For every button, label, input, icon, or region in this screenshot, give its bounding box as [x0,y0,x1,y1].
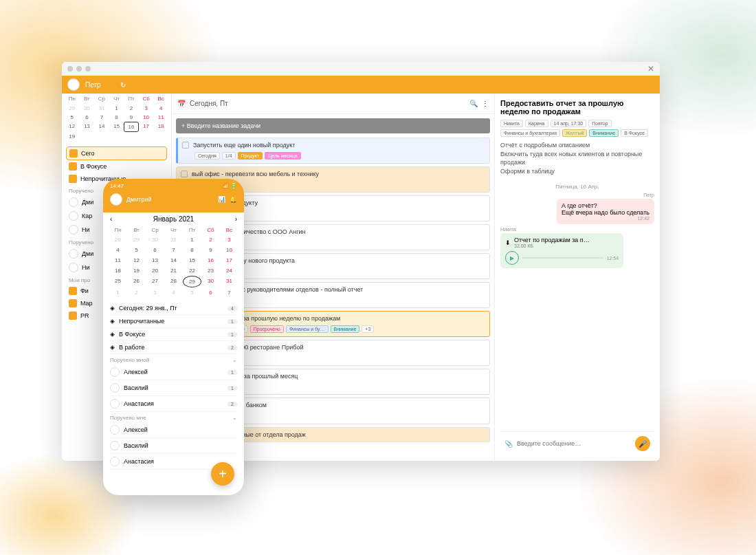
app-topbar: Петр ↻ [62,76,660,94]
chat-message: А где отчёт?Ещё вчера надо было сделать … [557,199,654,224]
download-icon[interactable]: ⬇ [505,239,511,246]
mobile-app-overlay: 14:47 📶 🔋 Дмитрий 📊 🔔 ‹ Январь 2021 › Пн… [103,179,244,495]
main-title: Сегодня, Пт [190,100,465,107]
detail-tag[interactable]: 14 апр, 17:30 [551,120,587,127]
add-task-input[interactable]: + Введите название задачи [176,118,490,133]
mobile-filter-list: ◈Сегодня: 29 янв., Пт4◈Непрочитанные1◈В … [103,301,244,471]
search-icon[interactable]: 🔍 [469,100,478,107]
chat-sender: Никита [500,227,654,232]
calendar-icon: 📅 [177,100,186,107]
window-dot[interactable] [85,66,91,72]
chat-message: ⬇ Отчет по продажам за п… 32.00 КБ ▶ 12:… [500,233,623,268]
window-dot[interactable] [76,66,82,72]
chat-date: Пятница, 16 Апр. [500,184,654,190]
sync-icon[interactable]: ↻ [120,81,126,89]
task-checkbox[interactable] [182,142,189,149]
chat-input[interactable] [517,440,631,447]
mobile-person[interactable]: Алексей1 [110,364,237,380]
bell-icon[interactable]: 🔔 [230,196,237,203]
mobile-person[interactable]: Василий1 [110,380,237,396]
more-icon[interactable]: ⋮ [482,100,489,107]
mobile-calendar-grid[interactable]: 2829303112345678910111213141516171819202… [103,235,244,301]
mobile-topbar: 14:47 📶 🔋 Дмитрий 📊 🔔 [103,179,244,213]
add-button[interactable]: + [211,462,234,486]
task-checkbox[interactable] [181,171,188,177]
window-titlebar: ✕ [62,62,660,76]
chat-sender: Петр [500,193,654,197]
detail-tag[interactable]: Никита [500,120,523,127]
close-icon[interactable]: ✕ [647,64,654,74]
mobile-filter[interactable]: ◈В Фокусе1 [110,328,237,341]
detail-tag[interactable]: Повтор [588,120,611,127]
audio-player[interactable]: ▶ 12:54 [505,251,619,265]
detail-tag[interactable]: В Фокусе [621,129,648,137]
window-dot[interactable] [67,66,73,72]
stats-icon[interactable]: 📊 [218,196,225,203]
avatar[interactable] [110,193,122,206]
prev-month-button[interactable]: ‹ [110,215,112,223]
chat-time: 12:54 [607,256,619,261]
detail-tag[interactable]: Желтый [562,129,587,137]
detail-panel: Предоставить отчет за прошлую неделю по … [495,94,660,461]
avatar[interactable] [67,78,80,91]
month-label: Январь 2021 [153,215,194,223]
mobile-filter[interactable]: ◈Непрочитанные1 [110,315,237,328]
calendar-grid[interactable]: 29303112345678910111213141516171819 [62,104,171,144]
attach-icon[interactable]: 📎 [504,440,513,448]
task-item[interactable]: Запустить еще один новый продуктСегодня1… [176,138,490,164]
chat-time: 12:42 [562,216,649,221]
calendar-header: ПнВтСрЧтПтСбВс [62,94,171,104]
chat-input-bar: 📎 🎤 [500,431,654,455]
main-header: 📅 Сегодня, Пт 🔍 ⋮ [172,94,494,114]
detail-description: Отчёт с подробным описаниемВключить туда… [500,141,654,175]
detail-tag[interactable]: Внимание [589,129,619,137]
mobile-person[interactable]: Алексей [110,422,237,438]
detail-tags: НикитаКарина14 апр, 17:30ПовторФинансы и… [500,120,654,137]
detail-tag[interactable]: Карина [525,120,548,127]
user-name: Петр [85,81,101,89]
status-time: 14:47 [110,183,124,189]
task-detail-title: Предоставить отчет за прошлую неделю по … [500,99,654,116]
mobile-person[interactable]: Анастасия2 [110,396,237,412]
sidebar-filter[interactable]: В Фокусе [66,160,167,173]
mobile-filter[interactable]: ◈Сегодня: 29 янв., Пт4 [110,302,237,315]
mobile-calendar-nav: ‹ Январь 2021 › [103,213,244,226]
file-name[interactable]: Отчет по продажам за п… [514,237,590,243]
voice-button[interactable]: 🎤 [635,436,650,451]
file-size: 32.00 КБ [514,243,590,248]
detail-tag[interactable]: Финансы и бухгалтерия [500,129,560,137]
next-month-button[interactable]: › [235,215,237,223]
mobile-person[interactable]: Василий [110,438,237,454]
status-icons: 📶 🔋 [222,183,237,189]
mobile-filter[interactable]: ◈В работе2 [110,341,237,354]
mobile-calendar-header: ПнВтСрЧтПтСбВс [103,226,244,235]
play-icon[interactable]: ▶ [505,251,519,265]
mobile-user-name: Дмитрий [126,196,152,203]
sidebar-filter[interactable]: Сего [66,146,167,160]
